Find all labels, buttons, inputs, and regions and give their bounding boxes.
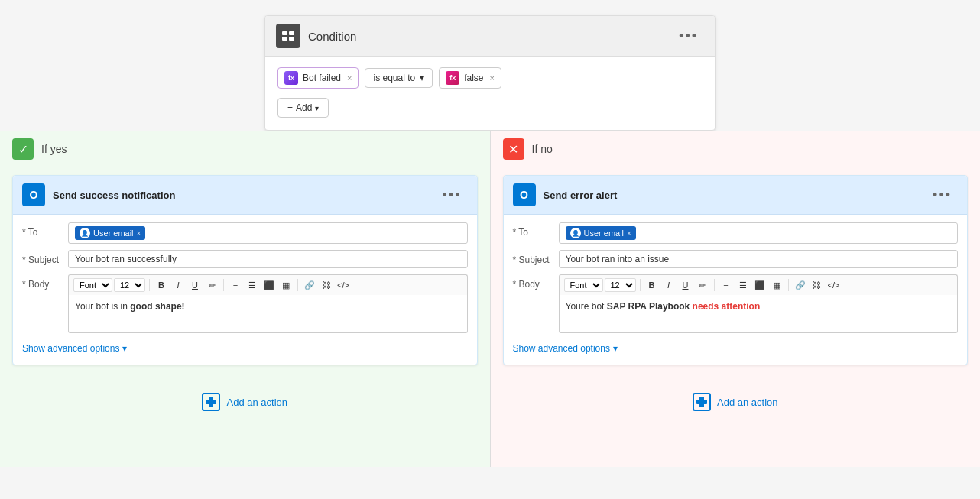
condition-row: fx Bot failed × is equal to ▾ fx false × bbox=[277, 67, 703, 89]
yes-align-center-icon: ▦ bbox=[282, 280, 290, 290]
no-branch-label: If no bbox=[532, 143, 553, 155]
no-list-ol-icon: ☰ bbox=[739, 280, 747, 290]
yes-subject-input[interactable] bbox=[68, 250, 468, 268]
yes-list-ul-button[interactable]: ≡ bbox=[228, 277, 243, 293]
yes-advanced-label: Show advanced options bbox=[22, 343, 119, 354]
no-body-row: * Body Font 12 B I U bbox=[513, 274, 959, 333]
yes-advanced-chevron: ▾ bbox=[122, 343, 127, 354]
no-body-bold: SAP RPA Playbook bbox=[607, 301, 690, 312]
no-unlink-icon: ⛓ bbox=[813, 280, 821, 290]
no-list-ul-button[interactable]: ≡ bbox=[719, 277, 734, 293]
yes-toolbar-sep-1 bbox=[149, 279, 150, 291]
no-advanced-link[interactable]: Show advanced options ▾ bbox=[513, 343, 618, 354]
operator-dropdown[interactable]: is equal to ▾ bbox=[365, 68, 433, 88]
yes-align-center-button[interactable]: ▦ bbox=[278, 277, 294, 293]
yes-brush-icon: ✏ bbox=[209, 280, 216, 290]
no-font-select[interactable]: Font bbox=[564, 278, 603, 292]
yes-badge: ✓ bbox=[12, 138, 34, 160]
no-subject-label: * Subject bbox=[513, 250, 559, 265]
yes-user-email-label: User email bbox=[93, 228, 134, 238]
no-toolbar-sep-3 bbox=[788, 279, 789, 291]
no-to-input[interactable]: 👤 User email × bbox=[559, 222, 959, 244]
false-label: false bbox=[464, 73, 483, 83]
no-align-left-button[interactable]: ⬛ bbox=[752, 277, 767, 293]
yes-unlink-icon: ⛓ bbox=[323, 280, 331, 290]
no-email-card: O Send error alert ••• * To 👤 User email… bbox=[503, 175, 969, 365]
condition-block: Condition ••• fx Bot failed × is equal t… bbox=[264, 15, 716, 131]
svg-rect-7 bbox=[696, 400, 707, 404]
bot-failed-close[interactable]: × bbox=[347, 73, 352, 83]
no-subject-row: * Subject bbox=[513, 250, 959, 268]
yes-toolbar-sep-2 bbox=[223, 279, 224, 291]
no-card-body: * To 👤 User email × * Subject bbox=[504, 215, 968, 365]
yes-user-avatar-icon: 👤 bbox=[80, 228, 90, 238]
yes-underline-button[interactable]: U bbox=[187, 277, 203, 293]
yes-branch-label: If yes bbox=[41, 143, 67, 155]
no-link-icon: 🔗 bbox=[795, 280, 806, 290]
no-outlook-icon: O bbox=[513, 183, 536, 206]
no-add-action-row[interactable]: Add an action bbox=[491, 377, 981, 426]
no-body-content[interactable]: Youre bot SAP RPA Playbook needs attenti… bbox=[559, 295, 959, 333]
yes-list-ul-icon: ≡ bbox=[233, 280, 238, 290]
no-advanced-label: Show advanced options bbox=[513, 343, 610, 354]
false-close[interactable]: × bbox=[490, 73, 495, 83]
yes-card-more-button[interactable]: ••• bbox=[436, 184, 468, 206]
yes-toolbar: Font 12 B I U ✏ ≡ ☰ bbox=[68, 274, 468, 295]
no-body-editor: Font 12 B I U ✏ ≡ ☰ bbox=[559, 274, 959, 333]
no-bold-button[interactable]: B bbox=[644, 277, 660, 293]
no-body-highlight: needs attention bbox=[690, 301, 760, 312]
yes-link-button[interactable]: 🔗 bbox=[302, 277, 317, 293]
yes-add-action-row[interactable]: Add an action bbox=[0, 377, 490, 426]
yes-italic-button[interactable]: I bbox=[170, 277, 186, 293]
yes-toolbar-sep-3 bbox=[297, 279, 298, 291]
yes-body-row: * Body Font 12 B I U bbox=[22, 274, 468, 333]
yes-body-content[interactable]: Your bot is in good shape! bbox=[68, 295, 468, 333]
no-italic-button[interactable]: I bbox=[661, 277, 677, 293]
no-underline-icon: U bbox=[683, 280, 689, 290]
yes-code-button[interactable]: </> bbox=[336, 277, 351, 293]
yes-align-left-button[interactable]: ⬛ bbox=[261, 277, 277, 293]
no-user-tag: 👤 User email × bbox=[566, 226, 636, 240]
no-card-more-button[interactable]: ••• bbox=[926, 184, 958, 206]
yes-brush-button[interactable]: ✏ bbox=[204, 277, 219, 293]
yes-to-input[interactable]: 👤 User email × bbox=[68, 222, 468, 244]
yes-user-close[interactable]: × bbox=[137, 229, 141, 238]
add-button[interactable]: + Add ▾ bbox=[277, 98, 329, 118]
no-code-button[interactable]: </> bbox=[826, 277, 842, 293]
no-user-close[interactable]: × bbox=[627, 229, 631, 238]
yes-bold-button[interactable]: B bbox=[154, 277, 169, 293]
no-branch-header: ✕ If no bbox=[491, 131, 981, 167]
no-subject-input[interactable] bbox=[559, 250, 959, 268]
yes-add-action-svg bbox=[206, 397, 216, 407]
no-toolbar-sep-2 bbox=[714, 279, 715, 291]
yes-list-ol-icon: ☰ bbox=[248, 280, 256, 290]
no-toolbar-sep-1 bbox=[640, 279, 641, 291]
no-underline-button[interactable]: U bbox=[678, 277, 693, 293]
yes-size-select[interactable]: 12 bbox=[114, 278, 145, 292]
operator-chevron: ▾ bbox=[420, 73, 424, 83]
condition-more-button[interactable]: ••• bbox=[673, 25, 704, 47]
condition-icon bbox=[276, 24, 300, 48]
no-card-header: O Send error alert ••• bbox=[504, 176, 968, 215]
no-brush-button[interactable]: ✏ bbox=[695, 277, 710, 293]
yes-list-ol-button[interactable]: ☰ bbox=[245, 277, 260, 293]
yes-unlink-button[interactable]: ⛓ bbox=[319, 277, 334, 293]
no-unlink-button[interactable]: ⛓ bbox=[810, 277, 825, 293]
no-link-button[interactable]: 🔗 bbox=[793, 277, 808, 293]
no-align-center-button[interactable]: ▦ bbox=[769, 277, 784, 293]
no-list-ol-button[interactable]: ☰ bbox=[735, 277, 751, 293]
yes-advanced-link[interactable]: Show advanced options ▾ bbox=[22, 343, 127, 354]
no-user-email-label: User email bbox=[584, 228, 625, 238]
yes-add-action-label: Add an action bbox=[226, 397, 287, 408]
yes-font-select[interactable]: Font bbox=[73, 278, 112, 292]
no-add-action-label: Add an action bbox=[717, 397, 778, 408]
condition-svg-icon bbox=[281, 28, 296, 44]
no-list-ul-icon: ≡ bbox=[723, 280, 728, 290]
no-badge: ✕ bbox=[503, 138, 524, 160]
no-align-left-icon: ⬛ bbox=[754, 280, 765, 290]
yes-add-action-icon bbox=[202, 393, 220, 411]
no-size-select[interactable]: 12 bbox=[605, 278, 636, 292]
no-bold-icon: B bbox=[649, 280, 655, 290]
svg-rect-0 bbox=[282, 31, 287, 35]
no-branch: ✕ If no O Send error alert ••• * To 👤 Us… bbox=[491, 131, 981, 467]
